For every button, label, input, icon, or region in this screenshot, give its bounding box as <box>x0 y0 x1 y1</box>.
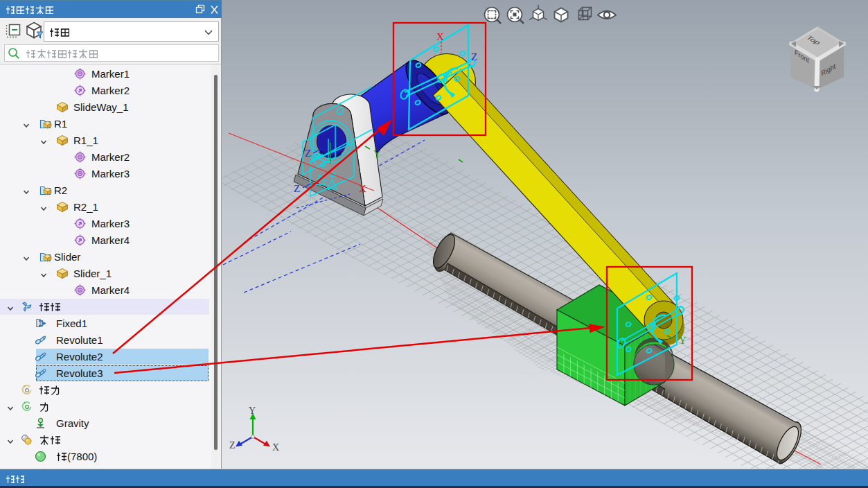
svg-text:X: X <box>272 442 279 453</box>
svg-text:Y: Y <box>679 335 687 346</box>
svg-text:Z: Z <box>294 183 300 194</box>
svg-text:Z: Z <box>471 51 477 62</box>
svg-text:Y: Y <box>249 406 256 416</box>
svg-text:Z: Z <box>305 148 311 159</box>
svg-text:Y: Y <box>373 148 381 159</box>
svg-text:Z: Z <box>229 440 236 451</box>
svg-text:X: X <box>436 31 444 42</box>
